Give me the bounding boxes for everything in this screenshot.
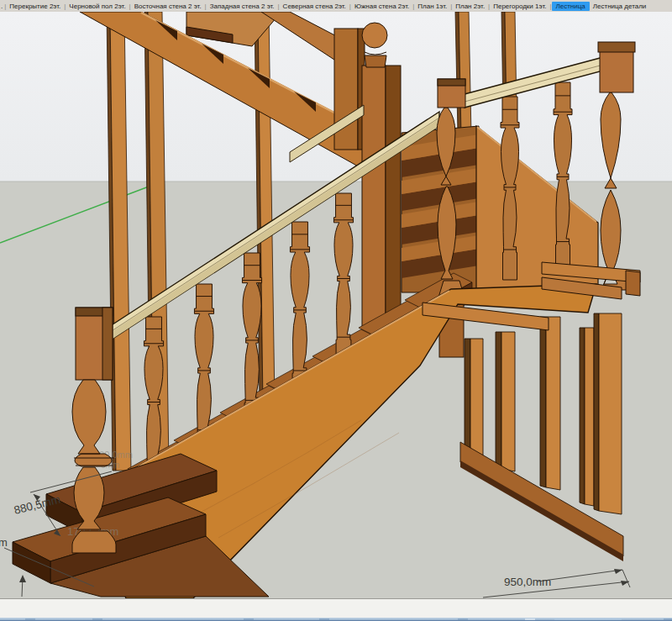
dim-run-label: 950,0mm	[504, 576, 551, 588]
scene-tab-bar: . | Перекрытие 2эт. | Черновой пол 2эт. …	[0, 0, 672, 13]
scene-tab-vostochnaya-stena-2[interactable]: Восточная стена 2 эт.	[131, 3, 205, 10]
sketchup-window: . | Перекрытие 2эт. | Черновой пол 2эт. …	[0, 0, 672, 621]
scene-tab-plan-2[interactable]: План 2эт.	[452, 3, 488, 10]
status-strip	[0, 598, 672, 618]
scene-tab-peregorodki-1[interactable]: Перегородки 1эт.	[490, 3, 549, 10]
scene-tab-perekrytie-2[interactable]: Перекрытие 2эт.	[6, 3, 64, 10]
scene-tab-severnaya-stena-2[interactable]: Северная стена 2эт.	[280, 3, 349, 10]
viewport-3d[interactable]: 100,0mm 0mm 1792,2mm 880,5mm	[0, 12, 672, 598]
scene-tab-lestnitsa-active[interactable]: Лестница	[552, 2, 590, 11]
newel-collar	[365, 55, 386, 67]
scene-3d: 100,0mm 0mm 1792,2mm 880,5mm	[0, 12, 672, 598]
scene-tab-zapadnaya-stena-2[interactable]: Западная стена 2 эт.	[207, 3, 278, 10]
scene-tab-chernovoy-pol-2[interactable]: Черновой пол 2эт.	[66, 3, 129, 10]
taskbar-edge[interactable]	[0, 618, 672, 621]
scene-tab-yuzhnaya-stena-2[interactable]: Южная стена 2эт.	[351, 3, 412, 10]
newel-ball-finial	[362, 23, 387, 48]
dim-left-fragment: m	[0, 536, 8, 549]
right-newel-cap	[600, 49, 633, 92]
scene-tab-lestnitsa-detali[interactable]: Лестница детали	[590, 3, 650, 10]
scene-tab-plan-1[interactable]: План 1эт.	[414, 3, 450, 10]
